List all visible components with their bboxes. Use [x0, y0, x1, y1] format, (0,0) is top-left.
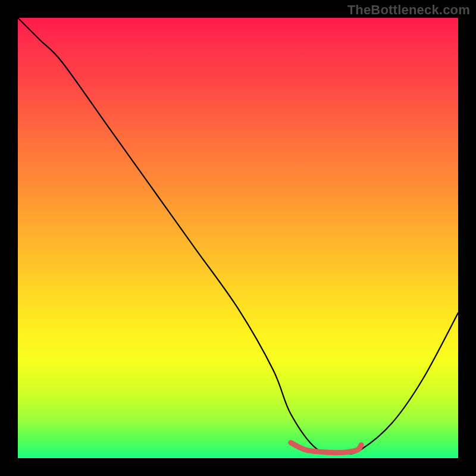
chart-frame: TheBottleneck.com: [0, 0, 476, 476]
chart-svg: [18, 18, 458, 458]
watermark-text: TheBottleneck.com: [347, 2, 470, 18]
bottleneck-curve-path: [18, 18, 458, 454]
minimum-band-path: [291, 443, 361, 453]
plot-area: [18, 18, 458, 458]
